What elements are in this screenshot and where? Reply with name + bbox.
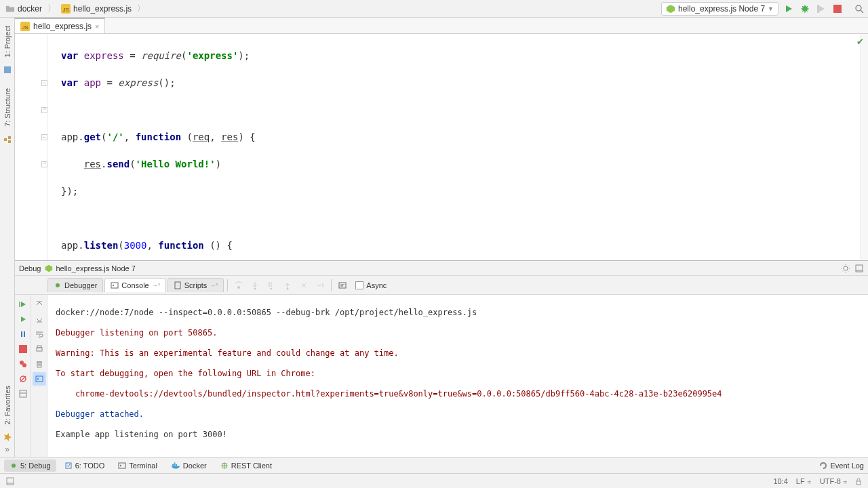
step-over-button[interactable] (231, 278, 246, 293)
bottom-tab-docker[interactable]: Docker (165, 460, 212, 472)
console-tab[interactable]: Console →ˢ (104, 278, 165, 292)
file-encoding[interactable]: UTF-8 ≑ (820, 477, 848, 485)
svg-rect-9 (8, 136, 11, 139)
run-config-label: hello_express.js Node 7 (678, 4, 765, 14)
svg-rect-50 (176, 464, 177, 466)
breadcrumb-file[interactable]: JS hello_express.js (58, 3, 134, 15)
async-checkbox[interactable]: Async (355, 281, 387, 289)
step-out-button[interactable] (280, 278, 295, 293)
console-output[interactable]: docker://node:7/node --inspect=0.0.0.0:5… (47, 295, 868, 457)
console-line: Debugger listening on port 50865. (56, 328, 860, 338)
resume-button[interactable] (16, 312, 30, 326)
clear-console-button[interactable] (33, 357, 46, 371)
bottom-tab-debug[interactable]: 5: Debug (4, 460, 56, 472)
scroll-to-top-button[interactable] (33, 298, 46, 311)
orm-icon[interactable] (3, 65, 12, 75)
breadcrumb-folder[interactable]: docker (3, 3, 45, 15)
debug-body: docker://node:7/node --inspect=0.0.0.0:5… (15, 295, 868, 457)
main-area: 1: Project 7: Structure 2: Favorites » J… (0, 18, 868, 457)
rest-icon (220, 462, 229, 470)
rerun-button[interactable] (16, 298, 30, 311)
svg-rect-4 (817, 5, 819, 13)
svg-point-32 (22, 363, 26, 367)
project-label: 1: Project (3, 26, 12, 57)
bottom-tab-terminal[interactable]: Terminal (113, 460, 163, 472)
svg-line-7 (861, 10, 863, 13)
debug-icon (9, 462, 18, 470)
svg-text:JS: JS (63, 6, 69, 12)
debug-title-prefix: Debug (19, 264, 41, 272)
favorites-tool-tab[interactable]: 2: Favorites (2, 380, 13, 430)
code-editor[interactable]: − ⌃ − ⌃ var express = require('express')… (15, 34, 868, 260)
bottom-tab-todo[interactable]: 6: TODO (59, 460, 111, 472)
scroll-to-end-button[interactable] (33, 312, 46, 326)
restore-layout-button[interactable] (16, 387, 30, 401)
svg-rect-35 (20, 390, 26, 397)
pin-icon[interactable]: →ˢ (152, 282, 160, 289)
line-number-gutter: − ⌃ − ⌃ (15, 34, 47, 260)
bottom-tab-rest-client[interactable]: REST Client (215, 460, 277, 472)
svg-rect-49 (174, 464, 175, 466)
lock-icon[interactable] (854, 477, 863, 485)
left-tool-gutter: 1: Project 7: Structure 2: Favorites » (0, 18, 15, 457)
svg-rect-48 (172, 464, 174, 466)
event-log-icon (819, 462, 827, 470)
line-separator[interactable]: LF ≑ (796, 477, 812, 485)
close-tab-button[interactable]: × (95, 22, 99, 30)
console-line: docker://node:7/node --inspect=0.0.0.0:5… (56, 308, 860, 318)
debug-panel: Debug hello_express.js Node 7 Debugger (15, 260, 868, 457)
debug-run-controls (15, 295, 31, 457)
structure-label: 7: Structure (3, 88, 12, 127)
scripts-tab[interactable]: Scripts →ˢ (167, 278, 224, 292)
hide-panel-button[interactable] (854, 264, 864, 273)
bottom-tool-tabs: 5: Debug 6: TODO Terminal Docker REST Cl… (0, 457, 868, 473)
view-breakpoints-button[interactable] (16, 357, 30, 371)
svg-point-6 (856, 5, 861, 11)
soft-wrap-button[interactable] (33, 327, 46, 341)
debugger-icon (54, 281, 62, 289)
stop-button[interactable] (831, 3, 844, 15)
js-file-icon: JS (61, 4, 71, 14)
event-log-button[interactable]: Event Log (819, 462, 864, 470)
pause-button[interactable] (16, 327, 30, 341)
run-button[interactable] (783, 3, 795, 15)
evaluate-expression-button[interactable] (335, 278, 350, 293)
folder-icon (5, 4, 15, 14)
collapse-gutter-button[interactable]: » (5, 445, 9, 454)
console-controls (31, 295, 47, 457)
debug-button[interactable] (799, 3, 811, 15)
search-everywhere-button[interactable] (853, 3, 865, 15)
debugger-tab[interactable]: Debugger (47, 278, 103, 292)
debug-tabs-toolbar: Debugger Console →ˢ Scripts →ˢ (15, 276, 868, 295)
coverage-button[interactable] (815, 3, 827, 15)
stop-debug-button[interactable] (16, 342, 30, 356)
step-into-button[interactable] (248, 278, 262, 293)
cursor-position[interactable]: 10:4 (773, 477, 787, 485)
code-body[interactable]: var express = require('express'); var ap… (47, 34, 860, 260)
status-button[interactable] (5, 476, 15, 486)
docker-icon (171, 462, 180, 470)
toggle-console-button[interactable] (33, 372, 46, 386)
pin-icon[interactable]: →ˢ (210, 282, 218, 289)
project-tool-tab[interactable]: 1: Project (2, 20, 13, 62)
svg-rect-39 (37, 348, 42, 351)
breadcrumb-sep-end: 〉 (137, 3, 145, 14)
run-config-selector[interactable]: hello_express.js Node 7 ▼ (661, 2, 778, 16)
editor-scrollbar[interactable] (860, 34, 868, 260)
inspection-ok-icon[interactable]: ✔ (856, 37, 864, 47)
run-to-cursor-button[interactable] (313, 278, 328, 293)
svg-point-45 (12, 464, 16, 468)
console-line: Debugger attached. (56, 409, 860, 420)
todo-icon (64, 462, 73, 470)
force-step-into-button[interactable] (264, 278, 279, 293)
debug-settings-button[interactable] (841, 264, 850, 273)
editor-tab-file[interactable]: JS hello_express.js × (15, 18, 105, 33)
chevron-down-icon: ▼ (768, 5, 774, 12)
run-toolbar (783, 3, 865, 15)
svg-rect-30 (19, 345, 27, 353)
structure-tool-tab[interactable]: 7: Structure (2, 83, 13, 132)
drop-frame-button[interactable] (296, 278, 311, 293)
mute-breakpoints-button[interactable] (16, 372, 30, 386)
print-button[interactable] (33, 342, 46, 356)
svg-point-21 (237, 286, 240, 289)
